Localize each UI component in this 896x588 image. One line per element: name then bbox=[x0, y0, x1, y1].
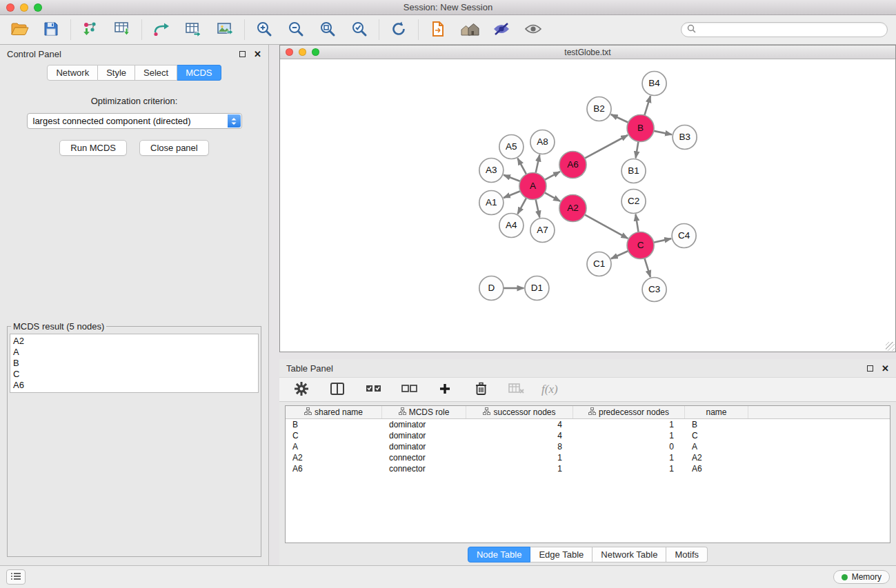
graph-node-C4[interactable]: C4 bbox=[672, 224, 696, 248]
network-overview-button[interactable] bbox=[459, 19, 481, 41]
show-columns-button[interactable] bbox=[326, 378, 348, 401]
graph-node-A6[interactable]: A6 bbox=[559, 152, 586, 179]
graph-edge[interactable] bbox=[644, 96, 650, 115]
graph-node-B4[interactable]: B4 bbox=[642, 72, 666, 96]
apply-layout-button[interactable] bbox=[388, 19, 410, 41]
graph-node-C3[interactable]: C3 bbox=[642, 278, 666, 302]
tab-select[interactable]: Select bbox=[135, 65, 177, 81]
save-session-button[interactable] bbox=[40, 19, 62, 41]
close-panel-icon[interactable]: ✕ bbox=[254, 50, 261, 59]
mcds-result-item[interactable]: A bbox=[13, 347, 255, 358]
graph-node-A[interactable]: A bbox=[519, 173, 546, 200]
graph-edge[interactable] bbox=[536, 199, 540, 217]
memory-button[interactable]: Memory bbox=[833, 570, 890, 584]
deselect-all-columns-button[interactable] bbox=[398, 378, 420, 401]
graph-node-C2[interactable]: C2 bbox=[621, 190, 646, 214]
graph-edge[interactable] bbox=[504, 175, 520, 181]
close-window-button[interactable] bbox=[6, 3, 14, 12]
mcds-result-item[interactable]: C bbox=[13, 369, 255, 380]
select-all-columns-button[interactable] bbox=[362, 378, 384, 401]
function-builder-button[interactable]: f(x) bbox=[541, 383, 558, 396]
tab-network-table[interactable]: Network Table bbox=[593, 547, 666, 562]
graph-node-D1[interactable]: D1 bbox=[525, 276, 549, 301]
close-table-panel-icon[interactable]: ✕ bbox=[882, 364, 889, 373]
float-panel-icon[interactable] bbox=[239, 51, 246, 57]
column-header-mcds-role[interactable]: MCDS role bbox=[382, 406, 466, 418]
zoom-network-window-button[interactable] bbox=[312, 48, 319, 56]
table-row[interactable]: Cdominator41C bbox=[286, 430, 890, 441]
table-row[interactable]: Bdominator41B bbox=[286, 419, 890, 430]
graph-edge[interactable] bbox=[545, 192, 561, 201]
column-header-successor-nodes[interactable]: successor nodes bbox=[466, 406, 573, 418]
zoom-window-button[interactable] bbox=[34, 3, 42, 12]
graph-node-A5[interactable]: A5 bbox=[499, 135, 524, 159]
mcds-result-item[interactable]: B bbox=[13, 358, 255, 369]
table-settings-button[interactable] bbox=[290, 378, 312, 401]
graph-edge[interactable] bbox=[536, 155, 540, 173]
table-row[interactable]: Adominator80A bbox=[286, 441, 890, 452]
graph-node-C1[interactable]: C1 bbox=[587, 252, 611, 276]
show-hide-button[interactable] bbox=[522, 19, 544, 41]
close-panel-button[interactable]: Close panel bbox=[139, 140, 209, 156]
search-input[interactable] bbox=[699, 25, 882, 34]
open-session-button[interactable] bbox=[8, 19, 30, 41]
tab-network[interactable]: Network bbox=[47, 65, 98, 81]
close-network-window-button[interactable] bbox=[286, 48, 293, 56]
minimize-network-window-button[interactable] bbox=[299, 48, 306, 56]
zoom-out-button[interactable] bbox=[285, 19, 307, 41]
mcds-result-item[interactable]: A6 bbox=[13, 380, 255, 391]
graph-node-D[interactable]: D bbox=[479, 276, 504, 301]
column-header-name[interactable]: name bbox=[685, 406, 748, 418]
table-row[interactable]: A2connector11A2 bbox=[286, 452, 890, 463]
mcds-result-list[interactable]: A2ABCA6 bbox=[10, 334, 259, 393]
optimization-criterion-dropdown[interactable]: largest connected component (directed) bbox=[27, 113, 242, 129]
import-table-button[interactable] bbox=[111, 19, 133, 41]
graph-edge[interactable] bbox=[545, 172, 560, 180]
tab-style[interactable]: Style bbox=[98, 65, 135, 81]
graph-edge[interactable] bbox=[636, 214, 639, 232]
graph-edge[interactable] bbox=[517, 159, 526, 174]
tab-node-table[interactable]: Node Table bbox=[468, 547, 531, 562]
graph-node-A2[interactable]: A2 bbox=[559, 195, 586, 222]
network-window-titlebar[interactable]: testGlobe.txt bbox=[280, 45, 895, 59]
network-canvas[interactable]: B4B2BB3A5A8A6B1A3AC2A1A2A4A7C4CC1DD1C3 bbox=[280, 59, 895, 352]
graphics-details-button[interactable] bbox=[490, 19, 512, 41]
graph-edge[interactable] bbox=[654, 239, 671, 243]
delete-table-button[interactable] bbox=[506, 378, 528, 401]
tab-mcds[interactable]: MCDS bbox=[177, 65, 221, 81]
tab-motifs[interactable]: Motifs bbox=[666, 547, 708, 562]
tab-edge-table[interactable]: Edge Table bbox=[530, 547, 593, 562]
table-row[interactable]: A6connector11A6 bbox=[286, 463, 890, 474]
graph-node-A7[interactable]: A7 bbox=[530, 219, 555, 243]
zoom-fit-button[interactable] bbox=[317, 19, 339, 41]
delete-column-button[interactable] bbox=[470, 378, 492, 401]
window-resize-grip[interactable] bbox=[886, 342, 895, 351]
network-svg[interactable]: B4B2BB3A5A8A6B1A3AC2A1A2A4A7C4CC1DD1C3 bbox=[280, 59, 895, 352]
graph-edge[interactable] bbox=[654, 131, 672, 134]
zoom-in-button[interactable] bbox=[253, 19, 275, 41]
mcds-result-item[interactable]: A2 bbox=[13, 336, 255, 347]
graph-edge[interactable] bbox=[611, 251, 628, 258]
export-network-button[interactable] bbox=[150, 19, 172, 41]
add-column-button[interactable] bbox=[434, 378, 456, 401]
graph-node-A8[interactable]: A8 bbox=[530, 130, 555, 154]
graph-edge[interactable] bbox=[585, 214, 628, 238]
graph-node-B2[interactable]: B2 bbox=[587, 97, 611, 121]
graph-edge[interactable] bbox=[611, 114, 628, 123]
panel-menu-button[interactable] bbox=[6, 569, 26, 585]
column-header-predecessor-nodes[interactable]: predecessor nodes bbox=[573, 406, 685, 418]
graph-edge[interactable] bbox=[517, 198, 526, 214]
graph-edge[interactable] bbox=[504, 191, 520, 198]
graph-node-B3[interactable]: B3 bbox=[673, 125, 697, 150]
minimize-window-button[interactable] bbox=[20, 3, 28, 12]
run-mcds-button[interactable]: Run MCDS bbox=[59, 140, 127, 156]
graph-node-A4[interactable]: A4 bbox=[499, 214, 524, 238]
graph-node-B1[interactable]: B1 bbox=[621, 159, 646, 183]
graph-node-A1[interactable]: A1 bbox=[479, 191, 504, 215]
graph-node-C[interactable]: C bbox=[627, 232, 654, 259]
graph-edge[interactable] bbox=[585, 135, 628, 159]
float-table-panel-icon[interactable] bbox=[867, 365, 873, 372]
graph-node-A3[interactable]: A3 bbox=[479, 159, 504, 183]
column-header-shared-name[interactable]: shared name bbox=[286, 406, 382, 418]
graph-node-B[interactable]: B bbox=[627, 115, 654, 142]
